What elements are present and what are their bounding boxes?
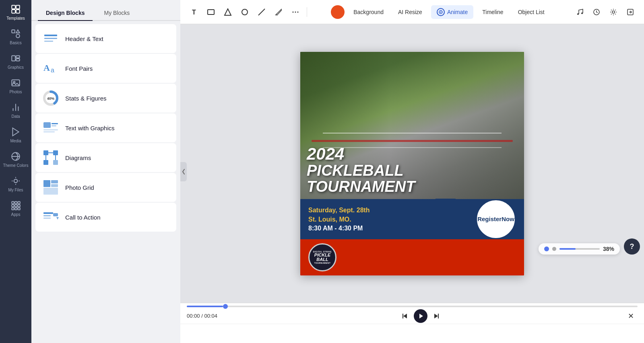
sidebar-item-media[interactable]: Media xyxy=(0,123,31,147)
svg-rect-21 xyxy=(18,207,20,209)
circle-tool-button[interactable] xyxy=(237,5,252,19)
sidebar-item-basics[interactable]: Basics xyxy=(0,25,31,49)
tab-design-blocks[interactable]: Design Blocks xyxy=(38,6,93,21)
ai-resize-button[interactable]: AI Resize xyxy=(392,6,428,18)
export-icon[interactable] xyxy=(623,5,638,19)
svg-rect-23 xyxy=(44,38,57,39)
block-item-stats-figures[interactable]: 40% Stats & Figures xyxy=(35,84,176,113)
svg-point-57 xyxy=(293,11,294,12)
svg-rect-7 xyxy=(16,56,20,58)
close-button[interactable]: ✕ xyxy=(624,309,638,323)
sidebar-item-data[interactable]: Data xyxy=(0,98,31,123)
playback-controls xyxy=(224,309,617,323)
block-item-header-text[interactable]: Header & Text xyxy=(35,24,176,53)
music-icon[interactable] xyxy=(572,5,587,19)
block-item-font-pairs[interactable]: A a Font Pairs xyxy=(35,54,176,83)
canvas-time: 8:30 AM - 4:30 PM xyxy=(308,225,370,232)
timeline-bar: 00:00 / 00:04 ✕ xyxy=(180,308,644,324)
skip-back-button[interactable] xyxy=(399,310,411,322)
background-button[interactable]: Background xyxy=(348,6,389,18)
triangle-tool-button[interactable] xyxy=(221,5,235,19)
svg-marker-50 xyxy=(56,217,59,220)
svg-rect-31 xyxy=(52,123,58,124)
zoom-slider-track[interactable] xyxy=(559,248,600,250)
svg-rect-38 xyxy=(53,160,58,165)
diagrams-icon xyxy=(42,149,60,166)
svg-point-59 xyxy=(297,11,299,12)
canvas-chevron xyxy=(436,199,456,239)
settings-icon[interactable] xyxy=(606,5,621,19)
logo-circle: DIGITAL STRIKE PICKLE BALL TOURNAMENT xyxy=(308,243,336,271)
svg-rect-2 xyxy=(12,10,15,13)
font-pairs-label: Font Pairs xyxy=(65,65,93,72)
sidebar-item-templates-label: Templates xyxy=(6,16,25,21)
svg-rect-30 xyxy=(43,122,51,128)
svg-rect-17 xyxy=(15,205,17,207)
call-to-action-icon xyxy=(42,208,60,226)
play-button[interactable] xyxy=(414,309,427,323)
text-tool-button[interactable]: T xyxy=(187,5,201,19)
svg-rect-48 xyxy=(43,218,51,219)
background-color-circle[interactable] xyxy=(331,5,345,19)
design-canvas[interactable]: 2024 PICKLEBALL TOURNAMENT Saturday, Sep… xyxy=(300,52,524,275)
sidebar-item-apps[interactable]: Apps xyxy=(0,196,31,221)
tab-my-blocks[interactable]: My Blocks xyxy=(96,6,138,21)
svg-rect-35 xyxy=(43,150,48,155)
canvas-photo: 2024 PICKLEBALL TOURNAMENT xyxy=(300,52,524,199)
canvas-event-subtitle: TOURNAMENT xyxy=(307,179,415,195)
svg-point-54 xyxy=(242,9,248,15)
svg-rect-49 xyxy=(53,213,58,216)
canvas-area: 2024 PICKLEBALL TOURNAMENT Saturday, Sep… xyxy=(180,24,644,303)
svg-rect-6 xyxy=(12,56,15,61)
font-pairs-icon: A a xyxy=(42,60,60,77)
topbar-right xyxy=(572,5,638,19)
svg-point-65 xyxy=(612,11,615,13)
text-graphics-label: Text with Graphics xyxy=(65,125,115,131)
clock-icon[interactable] xyxy=(589,5,604,19)
photo-grid-icon xyxy=(42,179,60,196)
pen-tool-button[interactable] xyxy=(271,5,286,19)
design-blocks-panel: Design Blocks My Blocks Header & Text A … xyxy=(31,0,180,343)
svg-rect-37 xyxy=(43,160,48,165)
panel-collapse-handle[interactable] xyxy=(180,162,187,181)
svg-rect-1 xyxy=(16,5,20,9)
svg-rect-8 xyxy=(16,59,20,61)
animate-button[interactable]: Animate xyxy=(431,5,473,19)
svg-rect-43 xyxy=(51,180,58,183)
svg-marker-53 xyxy=(225,9,231,15)
diagrams-label: Diagrams xyxy=(65,154,91,161)
skip-forward-button[interactable] xyxy=(431,310,442,322)
topbar: T xyxy=(180,0,644,24)
timeline-button[interactable]: Timeline xyxy=(477,6,509,18)
object-list-button[interactable]: Object List xyxy=(512,6,550,18)
block-item-photo-grid[interactable]: Photo Grid xyxy=(35,173,176,202)
svg-point-5 xyxy=(16,34,20,38)
topbar-center: Background AI Resize Animate Timeline Ob… xyxy=(312,5,569,19)
rectangle-tool-button[interactable] xyxy=(204,5,218,19)
block-item-diagrams[interactable]: Diagrams xyxy=(35,143,176,172)
more-tools-button[interactable] xyxy=(288,5,303,19)
sidebar-item-graphics[interactable]: Graphics xyxy=(0,49,31,74)
line-tool-button[interactable] xyxy=(254,5,269,19)
text-graphics-icon xyxy=(42,119,60,137)
sidebar-item-basics-label: Basics xyxy=(10,41,21,45)
block-item-text-graphics[interactable]: Text with Graphics xyxy=(35,113,176,142)
svg-text:A: A xyxy=(43,63,50,73)
svg-rect-36 xyxy=(53,150,58,155)
block-item-call-to-action[interactable]: Call to Action xyxy=(35,203,176,232)
sidebar-item-theme-colors[interactable]: Theme Colors xyxy=(0,147,31,172)
panel-tabs: Design Blocks My Blocks xyxy=(31,0,180,21)
sidebar-item-photos[interactable]: Photos xyxy=(0,74,31,98)
canvas-event-title: 2024 PICKLEBALL TOURNAMENT xyxy=(307,145,415,195)
svg-point-58 xyxy=(295,11,296,12)
canvas-register-button[interactable]: RegisterNow xyxy=(476,199,516,239)
animate-label: Animate xyxy=(447,9,468,15)
sidebar-item-data-label: Data xyxy=(11,114,20,119)
svg-rect-14 xyxy=(15,201,17,203)
stats-figures-icon: 40% xyxy=(42,89,60,107)
svg-rect-44 xyxy=(51,184,58,187)
progress-track[interactable] xyxy=(187,306,638,307)
sidebar-item-my-files[interactable]: My Files xyxy=(0,172,31,196)
help-button[interactable]: ? xyxy=(624,238,640,255)
sidebar-item-templates[interactable]: Templates xyxy=(0,0,31,25)
